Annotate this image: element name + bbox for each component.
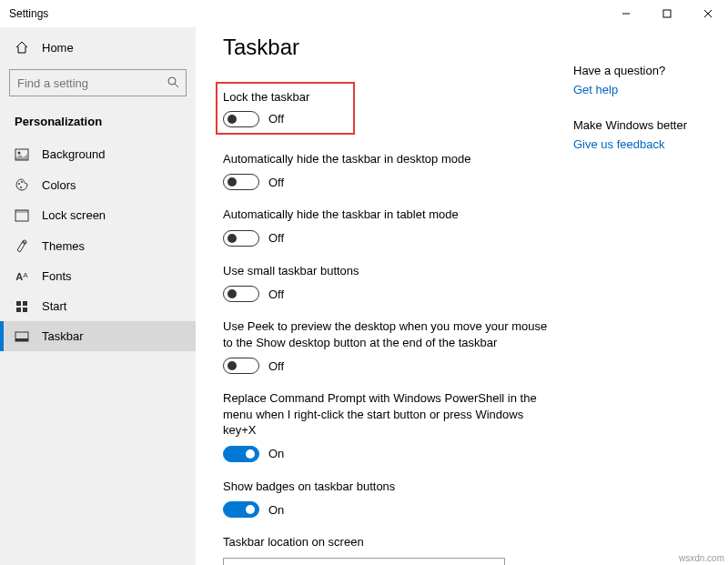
toggle-state: Off [268, 231, 284, 245]
maximize-button[interactable] [646, 0, 687, 27]
fonts-icon: AA [15, 271, 29, 282]
toggle-state: Off [268, 288, 284, 301]
sidebar-item-lockscreen[interactable]: Lock screen [0, 200, 196, 230]
select-taskbar-location[interactable]: Bottom ⌄ [223, 558, 505, 565]
setting-label-lock: Lock the taskbar [223, 89, 309, 106]
titlebar: Settings [0, 0, 728, 27]
category-header: Personalization [0, 109, 196, 139]
sidebar-item-fonts[interactable]: AA Fonts [0, 261, 196, 291]
toggle-peek[interactable] [223, 358, 259, 374]
sidebar-item-colors[interactable]: Colors [0, 169, 196, 200]
search-wrap [9, 69, 187, 96]
setting-label-peek: Use Peek to preview the desktop when you… [223, 318, 551, 350]
svg-point-7 [18, 151, 21, 154]
svg-rect-12 [15, 210, 28, 213]
toggle-state: Off [268, 359, 284, 373]
search-input[interactable] [9, 69, 187, 96]
palette-icon [15, 177, 29, 192]
toggle-autohide-desktop[interactable] [223, 174, 259, 190]
sidebar: Home Personalization Background Colors L… [0, 27, 196, 565]
sidebar-item-label: Lock screen [42, 208, 106, 222]
sidebar-item-background[interactable]: Background [0, 139, 196, 169]
watermark: wsxdn.com [679, 553, 724, 563]
svg-rect-15 [23, 301, 27, 306]
start-icon [15, 300, 29, 313]
home-label: Home [42, 41, 74, 55]
feedback-link[interactable]: Give us feedback [573, 137, 701, 151]
toggle-state: On [268, 503, 284, 517]
toggle-powershell[interactable] [223, 446, 259, 462]
home-icon [15, 40, 29, 55]
sidebar-item-label: Taskbar [42, 329, 84, 343]
taskbar-icon [15, 331, 29, 342]
setting-label-autohide-tablet: Automatically hide the taskbar in tablet… [223, 207, 551, 223]
toggle-state: Off [268, 176, 284, 189]
toggle-lock[interactable] [223, 111, 259, 127]
setting-label-powershell: Replace Command Prompt with Windows Powe… [223, 390, 551, 439]
sidebar-item-label: Fonts [42, 269, 72, 283]
themes-icon [15, 238, 29, 253]
svg-point-4 [168, 77, 176, 85]
get-help-link[interactable]: Get help [573, 83, 701, 96]
setting-label-small-buttons: Use small taskbar buttons [223, 263, 551, 279]
home-nav[interactable]: Home [0, 33, 196, 62]
sidebar-item-label: Themes [42, 239, 85, 253]
window-controls [605, 0, 728, 27]
setting-label-location: Taskbar location on screen [223, 534, 551, 550]
toggle-autohide-tablet[interactable] [223, 230, 259, 247]
svg-point-8 [18, 183, 20, 185]
setting-label-badges: Show badges on taskbar buttons [223, 479, 551, 495]
svg-rect-1 [663, 10, 671, 17]
sidebar-item-start[interactable]: Start [0, 291, 196, 321]
page-title: Taskbar [223, 35, 573, 60]
svg-rect-19 [15, 338, 28, 341]
sidebar-item-label: Colors [42, 178, 76, 192]
search-icon [167, 76, 179, 91]
window-title: Settings [9, 7, 48, 20]
setting-label-autohide-desktop: Automatically hide the taskbar in deskto… [223, 151, 551, 167]
right-pane: Have a question? Get help Make Windows b… [573, 64, 701, 173]
minimize-button[interactable] [605, 0, 646, 27]
toggle-state: Off [268, 112, 284, 126]
svg-point-9 [21, 181, 23, 183]
picture-icon [15, 148, 29, 161]
lockscreen-icon [15, 209, 29, 222]
sidebar-item-themes[interactable]: Themes [0, 230, 196, 261]
svg-point-10 [20, 187, 22, 188]
rp-feedback-header: Make Windows better [573, 118, 701, 132]
toggle-state: On [268, 447, 284, 460]
rp-question-header: Have a question? [573, 64, 701, 77]
toggle-badges[interactable] [223, 501, 259, 518]
svg-rect-17 [23, 308, 27, 312]
sidebar-item-taskbar[interactable]: Taskbar [0, 321, 196, 351]
svg-line-5 [175, 84, 178, 87]
highlight-box: Lock the taskbar Off [216, 82, 355, 135]
svg-rect-14 [16, 301, 21, 306]
toggle-small-buttons[interactable] [223, 286, 259, 302]
sidebar-item-label: Background [42, 147, 105, 161]
sidebar-item-label: Start [42, 299, 66, 313]
svg-rect-16 [16, 308, 21, 312]
close-button[interactable] [687, 0, 728, 27]
